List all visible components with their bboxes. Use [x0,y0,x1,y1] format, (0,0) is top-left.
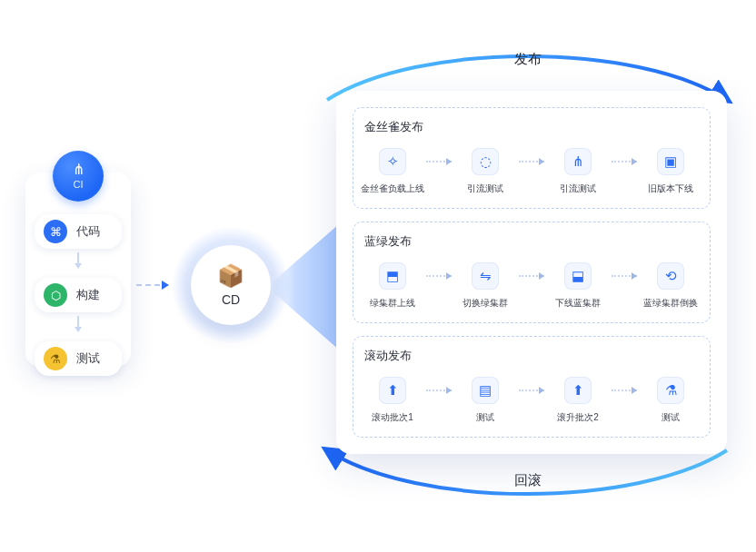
deploy-step-label: 绿集群上线 [370,297,415,310]
canary-bird-icon: ✧ [379,148,406,175]
section-title: 金丝雀发布 [364,119,699,135]
batch-up-icon: ⬆ [379,377,406,404]
cd-node: 📦 CD [191,245,271,325]
deploy-step: ⬆滚动批次1 [364,377,421,424]
ci-badge: ⋔ CI [53,151,104,202]
ci-to-cd-arrow [136,278,169,292]
deploy-box-icon: 📦 [217,263,244,289]
step-arrow [513,148,550,175]
deploy-step-label: 引流测试 [467,182,503,195]
ci-item: ⌘代码 [35,214,122,249]
deploy-step: ⚗测试 [642,377,699,424]
deploy-step-label: 金丝雀负载上线 [361,182,424,195]
deploy-step-label: 下线蓝集群 [555,297,601,310]
ci-item: ⬡构建 [35,278,122,312]
deploy-step-label: 滚动批次1 [372,411,413,424]
deploy-section: 金丝雀发布✧金丝雀负载上线◌引流测试⋔引流测试▣旧版本下线 [353,107,711,209]
deploy-step: ⟲蓝绿集群倒换 [642,262,699,310]
deploy-section: 蓝绿发布⬒绿集群上线⇋切换绿集群⬓下线蓝集群⟲蓝绿集群倒换 [353,222,711,323]
ci-down-arrow [74,316,83,332]
ci-item-label: 代码 [76,223,100,240]
section-row: ⬒绿集群上线⇋切换绿集群⬓下线蓝集群⟲蓝绿集群倒换 [364,262,699,310]
diagram-stage: 发布 回滚 ⋔ CI ⌘代码⬡构建⚗测试 📦 CD 金丝雀发布✧金丝雀 [0,0,756,552]
flask-icon: ⚗ [657,377,684,404]
ci-down-arrow [74,252,83,269]
ci-item-label: 构建 [76,287,100,303]
deploy-step: ⬆滚升批次2 [550,377,606,424]
deploy-step-label: 测试 [476,411,494,424]
deploy-step-label: 测试 [662,411,680,424]
release-label: 发布 [514,51,542,68]
deploy-step: ◌引流测试 [457,148,513,195]
section-row: ⬆滚动批次1▤测试⬆滚升批次2⚗测试 [364,377,699,424]
flask-icon: ⚗ [44,347,67,370]
branch-icon: ⋔ [73,163,85,177]
deploy-step-label: 滚升批次2 [557,411,599,424]
step-arrow [606,377,642,404]
deploy-step-label: 蓝绿集群倒换 [643,297,698,310]
deploy-step: ✧金丝雀负载上线 [364,148,421,195]
build-icon: ⬡ [44,283,67,307]
deploy-step: ⇋切换绿集群 [457,262,513,310]
step-arrow [513,377,550,404]
section-title: 滚动发布 [364,348,699,364]
step-arrow [513,262,550,290]
section-title: 蓝绿发布 [364,233,699,250]
batch-up-icon: ⬆ [564,377,592,404]
deploy-step-label: 旧版本下线 [648,182,693,195]
ci-panel: ⋔ CI ⌘代码⬡构建⚗测试 [25,172,131,367]
step-arrow [421,377,457,404]
deploy-step: ⋔引流测试 [550,148,606,195]
step-arrow [421,148,457,175]
deploy-step: ⬒绿集群上线 [364,262,421,310]
rollback-label: 回滚 [514,472,542,489]
archive-icon: ▣ [657,148,684,175]
deploy-step-label: 切换绿集群 [463,297,508,310]
step-arrow [421,262,457,290]
ci-item-label: 测试 [76,350,100,367]
deploy-step: ▣旧版本下线 [642,148,699,195]
cd-label: CD [222,292,240,307]
cluster-down-icon: ⬓ [564,262,592,290]
cluster-up-icon: ⬒ [379,262,406,290]
code-icon: ⌘ [44,220,67,243]
deploy-section: 滚动发布⬆滚动批次1▤测试⬆滚升批次2⚗测试 [353,336,711,438]
clipboard-icon: ▤ [472,377,499,404]
deploy-step: ▤测试 [457,377,513,424]
switch-icon: ⇋ [472,262,499,290]
flow-cycle-icon: ◌ [472,148,499,175]
ci-badge-label: CI [74,179,84,190]
section-row: ✧金丝雀负载上线◌引流测试⋔引流测试▣旧版本下线 [364,148,699,195]
ci-item: ⚗测试 [35,341,122,376]
deploy-step: ⬓下线蓝集群 [550,262,606,310]
network-icon: ⋔ [564,148,592,175]
deploy-step-label: 引流测试 [560,182,596,195]
cd-halo: 📦 CD [173,227,289,343]
swap-icon: ⟲ [657,262,684,290]
cd-to-panel-beam [273,223,340,350]
step-arrow [606,148,642,175]
step-arrow [606,262,642,290]
deploy-panel: 金丝雀发布✧金丝雀负载上线◌引流测试⋔引流测试▣旧版本下线蓝绿发布⬒绿集群上线⇋… [336,91,727,454]
